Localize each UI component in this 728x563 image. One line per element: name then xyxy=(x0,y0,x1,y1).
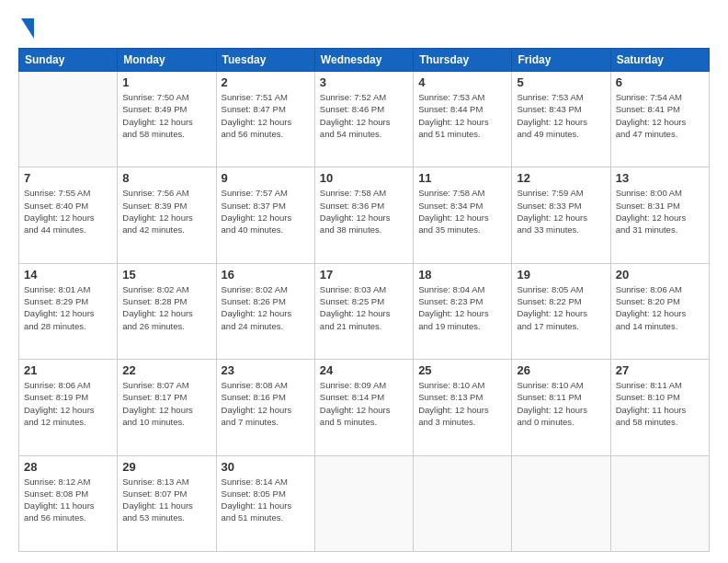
day-info: Sunrise: 7:52 AM Sunset: 8:46 PM Dayligh… xyxy=(320,91,408,140)
day-cell: 10Sunrise: 7:58 AM Sunset: 8:36 PM Dayli… xyxy=(314,167,413,263)
day-cell xyxy=(19,72,118,167)
day-number: 30 xyxy=(222,460,310,474)
day-info: Sunrise: 8:00 AM Sunset: 8:31 PM Dayligh… xyxy=(616,187,704,236)
day-number: 16 xyxy=(222,268,310,282)
day-cell xyxy=(314,455,413,551)
day-info: Sunrise: 8:08 AM Sunset: 8:16 PM Dayligh… xyxy=(222,379,310,428)
day-cell: 28Sunrise: 8:12 AM Sunset: 8:08 PM Dayli… xyxy=(19,455,118,551)
day-number: 23 xyxy=(222,363,310,377)
day-number: 13 xyxy=(616,171,704,185)
day-cell: 27Sunrise: 8:11 AM Sunset: 8:10 PM Dayli… xyxy=(610,360,709,455)
day-cell: 7Sunrise: 7:55 AM Sunset: 8:40 PM Daylig… xyxy=(19,167,118,263)
day-info: Sunrise: 8:14 AM Sunset: 8:05 PM Dayligh… xyxy=(222,476,310,524)
day-number: 12 xyxy=(517,171,605,185)
day-info: Sunrise: 8:10 AM Sunset: 8:13 PM Dayligh… xyxy=(418,379,506,428)
day-number: 18 xyxy=(418,268,506,282)
day-number: 14 xyxy=(24,268,112,282)
day-info: Sunrise: 8:06 AM Sunset: 8:20 PM Dayligh… xyxy=(616,283,704,332)
day-cell: 16Sunrise: 8:02 AM Sunset: 8:26 PM Dayli… xyxy=(216,263,314,359)
logo-shape-icon xyxy=(21,18,34,39)
day-number: 26 xyxy=(517,363,605,377)
day-cell: 24Sunrise: 8:09 AM Sunset: 8:14 PM Dayli… xyxy=(314,360,413,455)
day-info: Sunrise: 8:02 AM Sunset: 8:26 PM Dayligh… xyxy=(222,283,310,332)
day-info: Sunrise: 7:50 AM Sunset: 8:49 PM Dayligh… xyxy=(122,91,210,140)
day-cell: 21Sunrise: 8:06 AM Sunset: 8:19 PM Dayli… xyxy=(19,360,118,455)
day-cell xyxy=(512,455,610,551)
week-row-4: 28Sunrise: 8:12 AM Sunset: 8:08 PM Dayli… xyxy=(19,455,710,551)
day-cell: 2Sunrise: 7:51 AM Sunset: 8:47 PM Daylig… xyxy=(216,72,314,167)
day-number: 2 xyxy=(222,75,310,89)
day-number: 19 xyxy=(517,268,605,282)
weekday-header-tuesday: Tuesday xyxy=(216,49,314,72)
day-number: 24 xyxy=(320,363,408,377)
day-cell: 3Sunrise: 7:52 AM Sunset: 8:46 PM Daylig… xyxy=(314,72,413,167)
weekday-header-row: SundayMondayTuesdayWednesdayThursdayFrid… xyxy=(19,49,710,72)
weekday-header-thursday: Thursday xyxy=(414,49,512,72)
day-cell: 9Sunrise: 7:57 AM Sunset: 8:37 PM Daylig… xyxy=(216,167,314,263)
day-cell: 1Sunrise: 7:50 AM Sunset: 8:49 PM Daylig… xyxy=(118,72,216,167)
day-info: Sunrise: 8:10 AM Sunset: 8:11 PM Dayligh… xyxy=(517,379,605,428)
calendar-table: SundayMondayTuesdayWednesdayThursdayFrid… xyxy=(18,48,710,552)
weekday-header-friday: Friday xyxy=(512,49,610,72)
day-info: Sunrise: 7:55 AM Sunset: 8:40 PM Dayligh… xyxy=(24,187,112,236)
day-number: 17 xyxy=(320,268,408,282)
day-cell: 29Sunrise: 8:13 AM Sunset: 8:07 PM Dayli… xyxy=(118,455,216,551)
day-info: Sunrise: 7:53 AM Sunset: 8:43 PM Dayligh… xyxy=(517,91,605,140)
day-cell: 12Sunrise: 7:59 AM Sunset: 8:33 PM Dayli… xyxy=(512,167,610,263)
day-info: Sunrise: 8:07 AM Sunset: 8:17 PM Dayligh… xyxy=(122,379,210,428)
day-info: Sunrise: 7:57 AM Sunset: 8:37 PM Dayligh… xyxy=(222,187,310,236)
day-number: 3 xyxy=(320,75,408,89)
header xyxy=(18,17,710,39)
day-number: 15 xyxy=(122,268,210,282)
day-number: 29 xyxy=(122,460,210,474)
weekday-header-monday: Monday xyxy=(118,49,216,72)
day-number: 7 xyxy=(24,171,112,185)
day-cell: 15Sunrise: 8:02 AM Sunset: 8:28 PM Dayli… xyxy=(118,263,216,359)
day-cell: 22Sunrise: 8:07 AM Sunset: 8:17 PM Dayli… xyxy=(118,360,216,455)
week-row-0: 1Sunrise: 7:50 AM Sunset: 8:49 PM Daylig… xyxy=(19,72,710,167)
weekday-header-saturday: Saturday xyxy=(610,49,709,72)
day-number: 27 xyxy=(616,363,704,377)
page: SundayMondayTuesdayWednesdayThursdayFrid… xyxy=(0,0,728,563)
day-number: 20 xyxy=(616,268,704,282)
day-cell: 5Sunrise: 7:53 AM Sunset: 8:43 PM Daylig… xyxy=(512,72,610,167)
day-cell xyxy=(610,455,709,551)
day-info: Sunrise: 8:02 AM Sunset: 8:28 PM Dayligh… xyxy=(122,283,210,332)
day-cell: 26Sunrise: 8:10 AM Sunset: 8:11 PM Dayli… xyxy=(512,360,610,455)
day-number: 1 xyxy=(122,75,210,89)
day-cell: 11Sunrise: 7:58 AM Sunset: 8:34 PM Dayli… xyxy=(414,167,512,263)
day-info: Sunrise: 8:03 AM Sunset: 8:25 PM Dayligh… xyxy=(320,283,408,332)
day-cell: 17Sunrise: 8:03 AM Sunset: 8:25 PM Dayli… xyxy=(314,263,413,359)
weekday-header-wednesday: Wednesday xyxy=(314,49,413,72)
logo xyxy=(18,17,34,39)
day-number: 5 xyxy=(517,75,605,89)
day-info: Sunrise: 8:13 AM Sunset: 8:07 PM Dayligh… xyxy=(122,476,210,524)
day-number: 21 xyxy=(24,363,112,377)
day-cell xyxy=(414,455,512,551)
day-info: Sunrise: 7:59 AM Sunset: 8:33 PM Dayligh… xyxy=(517,187,605,236)
week-row-2: 14Sunrise: 8:01 AM Sunset: 8:29 PM Dayli… xyxy=(19,263,710,359)
day-info: Sunrise: 7:58 AM Sunset: 8:34 PM Dayligh… xyxy=(418,187,506,236)
day-info: Sunrise: 8:06 AM Sunset: 8:19 PM Dayligh… xyxy=(24,379,112,428)
day-number: 4 xyxy=(418,75,506,89)
day-info: Sunrise: 8:11 AM Sunset: 8:10 PM Dayligh… xyxy=(616,379,704,428)
day-info: Sunrise: 7:56 AM Sunset: 8:39 PM Dayligh… xyxy=(122,187,210,236)
day-cell: 8Sunrise: 7:56 AM Sunset: 8:39 PM Daylig… xyxy=(118,167,216,263)
day-info: Sunrise: 8:04 AM Sunset: 8:23 PM Dayligh… xyxy=(418,283,506,332)
day-info: Sunrise: 7:51 AM Sunset: 8:47 PM Dayligh… xyxy=(222,91,310,140)
day-info: Sunrise: 8:01 AM Sunset: 8:29 PM Dayligh… xyxy=(24,283,112,332)
day-info: Sunrise: 7:54 AM Sunset: 8:41 PM Dayligh… xyxy=(616,91,704,140)
day-cell: 19Sunrise: 8:05 AM Sunset: 8:22 PM Dayli… xyxy=(512,263,610,359)
day-info: Sunrise: 7:53 AM Sunset: 8:44 PM Dayligh… xyxy=(418,91,506,140)
day-info: Sunrise: 7:58 AM Sunset: 8:36 PM Dayligh… xyxy=(320,187,408,236)
day-cell: 13Sunrise: 8:00 AM Sunset: 8:31 PM Dayli… xyxy=(610,167,709,263)
day-number: 9 xyxy=(222,171,310,185)
day-cell: 25Sunrise: 8:10 AM Sunset: 8:13 PM Dayli… xyxy=(414,360,512,455)
weekday-header-sunday: Sunday xyxy=(19,49,118,72)
day-info: Sunrise: 8:05 AM Sunset: 8:22 PM Dayligh… xyxy=(517,283,605,332)
day-cell: 4Sunrise: 7:53 AM Sunset: 8:44 PM Daylig… xyxy=(414,72,512,167)
day-cell: 30Sunrise: 8:14 AM Sunset: 8:05 PM Dayli… xyxy=(216,455,314,551)
day-number: 22 xyxy=(122,363,210,377)
week-row-3: 21Sunrise: 8:06 AM Sunset: 8:19 PM Dayli… xyxy=(19,360,710,455)
day-cell: 6Sunrise: 7:54 AM Sunset: 8:41 PM Daylig… xyxy=(610,72,709,167)
